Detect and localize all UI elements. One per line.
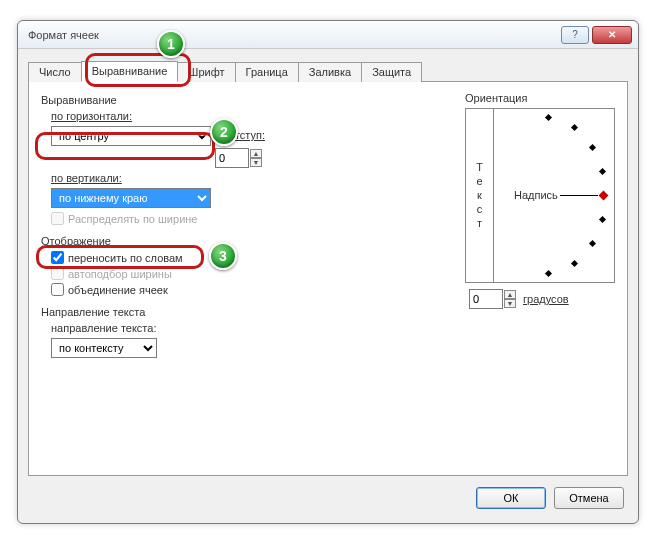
distribute-checkbox: Распределять по ширине xyxy=(51,212,381,225)
merge-input[interactable] xyxy=(51,283,64,296)
tab-panel: Выравнивание по горизонтали: по центру о… xyxy=(28,81,628,476)
help-button[interactable]: ? xyxy=(561,26,589,44)
degrees-up-icon[interactable]: ▲ xyxy=(504,290,516,299)
annotation-marker-2: 2 xyxy=(210,118,238,146)
dial-dot xyxy=(545,270,552,277)
dial-dot xyxy=(545,114,552,121)
indent-down-icon[interactable]: ▼ xyxy=(250,158,262,167)
direction-select[interactable]: по контексту xyxy=(51,338,157,358)
ok-button[interactable]: ОК xyxy=(476,487,546,509)
tab-protection[interactable]: Защита xyxy=(361,62,422,82)
annotation-marker-3: 3 xyxy=(209,242,237,270)
autofit-label: автоподбор ширины xyxy=(68,268,172,280)
client-area: Число Выравнивание Шрифт Граница Заливка… xyxy=(18,49,638,523)
orientation-caption: Надпись xyxy=(514,189,558,201)
alignment-group: Выравнивание по горизонтали: по центру о… xyxy=(41,94,381,225)
orientation-box[interactable]: Текст Надпись xyxy=(465,108,615,283)
vertical-label: по вертикали: xyxy=(51,172,381,184)
dial-dot xyxy=(599,168,606,175)
dial-dot xyxy=(589,240,596,247)
merge-label: объединение ячеек xyxy=(68,284,168,296)
close-button[interactable]: ✕ xyxy=(592,26,632,44)
direction-label: направление текста: xyxy=(51,322,615,334)
display-group: Отображение переносить по словам автопод… xyxy=(41,235,321,296)
tab-border[interactable]: Граница xyxy=(235,62,299,82)
tab-number[interactable]: Число xyxy=(28,62,82,82)
annotation-marker-1: 1 xyxy=(157,30,185,58)
indent-up-icon[interactable]: ▲ xyxy=(250,149,262,158)
display-group-label: Отображение xyxy=(41,235,321,247)
horizontal-select[interactable]: по центру xyxy=(51,126,211,146)
wrap-input[interactable] xyxy=(51,251,64,264)
dial-dot xyxy=(589,144,596,151)
distribute-label: Распределять по ширине xyxy=(68,213,197,225)
dial-dot-selected xyxy=(599,191,609,201)
tab-strip: Число Выравнивание Шрифт Граница Заливка… xyxy=(28,57,628,82)
orientation-vertical-text: Текст xyxy=(474,161,486,231)
degrees-input[interactable] xyxy=(469,289,503,309)
alignment-group-label: Выравнивание xyxy=(41,94,381,106)
cancel-button[interactable]: Отмена xyxy=(554,487,624,509)
direction-group: Направление текста направление текста: п… xyxy=(41,306,615,358)
merge-checkbox[interactable]: объединение ячеек xyxy=(51,283,321,296)
window-title: Формат ячеек xyxy=(28,29,558,41)
indent-input[interactable] xyxy=(215,148,249,168)
dialog-buttons: ОК Отмена xyxy=(468,487,624,509)
distribute-input xyxy=(51,212,64,225)
dialog-window: Формат ячеек ? ✕ Число Выравнивание Шриф… xyxy=(17,20,639,524)
autofit-checkbox: автоподбор ширины xyxy=(51,267,321,280)
degrees-label: градусов xyxy=(523,293,569,305)
tab-alignment[interactable]: Выравнивание xyxy=(81,61,179,82)
dial-dot xyxy=(571,260,578,267)
orientation-group-label: Ориентация xyxy=(465,92,615,104)
orientation-vertical-button[interactable]: Текст xyxy=(466,109,494,282)
indent-stepper[interactable]: ▲▼ xyxy=(215,148,263,168)
orientation-dial[interactable]: Надпись xyxy=(494,109,614,282)
orientation-group: Ориентация Текст Надпись xyxy=(465,92,615,309)
autofit-input xyxy=(51,267,64,280)
orientation-needle xyxy=(560,195,598,196)
degrees-down-icon[interactable]: ▼ xyxy=(504,299,516,308)
wrap-checkbox[interactable]: переносить по словам xyxy=(51,251,321,264)
tab-font[interactable]: Шрифт xyxy=(177,62,235,82)
titlebar: Формат ячеек ? ✕ xyxy=(18,21,638,49)
vertical-select[interactable]: по нижнему краю xyxy=(51,188,211,208)
degrees-stepper[interactable]: ▲▼ xyxy=(469,289,517,309)
wrap-label: переносить по словам xyxy=(68,252,183,264)
dial-dot xyxy=(571,124,578,131)
tab-fill[interactable]: Заливка xyxy=(298,62,362,82)
dial-dot xyxy=(599,216,606,223)
